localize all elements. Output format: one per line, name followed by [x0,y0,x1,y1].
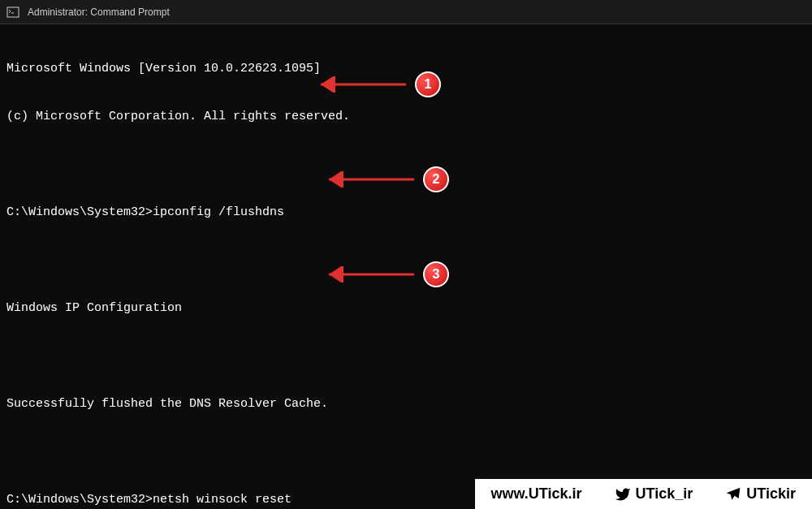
watermark-twitter: UTick_ir [615,485,693,503]
twitter-icon [615,486,631,503]
terminal-line: Windows IP Configuration [6,300,806,317]
terminal-line: Successfully flushed the DNS Resolver Ca… [6,396,806,412]
terminal-line [6,348,806,364]
terminal-line [6,444,806,460]
titlebar: Administrator: Command Prompt [0,0,812,24]
svg-rect-0 [7,7,19,17]
terminal-line [6,252,806,269]
terminal-line: C:\Windows\System32>ipconfig /flushdns [6,205,806,221]
watermark-website: www.UTick.ir [491,485,582,503]
terminal-line: (c) Microsoft Corporation. All rights re… [6,109,806,125]
command-prompt-window: Administrator: Command Prompt Microsoft … [0,0,812,509]
watermark-telegram: UTickir [725,485,796,503]
watermark-bar: www.UTick.ir UTick_ir UTickir [475,479,812,509]
terminal-output[interactable]: Microsoft Windows [Version 10.0.22623.10… [0,24,812,509]
twitter-handle: UTick_ir [636,485,693,503]
window-title: Administrator: Command Prompt [28,6,170,18]
telegram-icon [725,486,741,503]
terminal-line: Microsoft Windows [Version 10.0.22623.10… [6,61,806,77]
terminal-line [6,157,806,173]
cmd-icon [6,6,19,19]
website-url: www.UTick.ir [491,485,582,503]
telegram-handle: UTickir [746,485,796,503]
